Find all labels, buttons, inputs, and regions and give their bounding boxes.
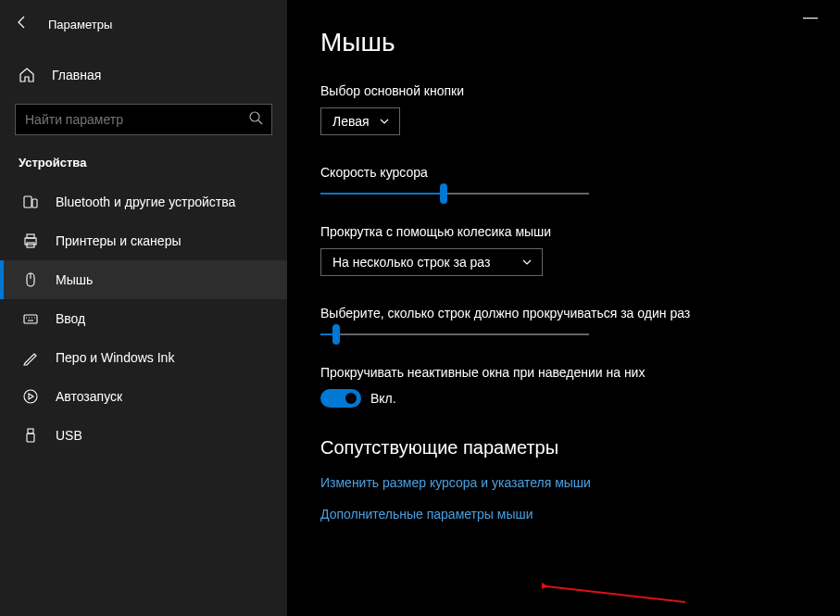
svg-rect-5 — [27, 234, 34, 238]
toggle-state-label: Вкл. — [370, 391, 396, 406]
sidebar-item-label: Мышь — [56, 272, 93, 287]
page-title: Мышь — [320, 28, 840, 57]
slider-thumb[interactable] — [440, 183, 447, 204]
svg-rect-9 — [24, 315, 37, 323]
sidebar: Параметры Главная Устройства Bluetooth и… — [0, 0, 287, 616]
devices-icon — [22, 194, 39, 210]
svg-line-1 — [258, 120, 262, 124]
select-value: На несколько строк за раз — [332, 255, 490, 270]
sidebar-home[interactable]: Главная — [0, 57, 287, 93]
mouse-icon — [22, 271, 39, 288]
inactive-scroll-toggle[interactable] — [320, 389, 361, 408]
search-icon — [248, 110, 263, 129]
scroll-mode-label: Прокрутка с помощью колесика мыши — [320, 224, 840, 239]
related-section-title: Сопутствующие параметры — [320, 437, 840, 459]
link-additional-mouse[interactable]: Дополнительные параметры мыши — [320, 507, 840, 522]
main-content: Мышь Выбор основной кнопки Левая Скорост… — [287, 0, 840, 616]
select-value: Левая — [332, 114, 370, 129]
keyboard-icon — [22, 310, 39, 327]
svg-rect-2 — [24, 196, 31, 207]
scroll-mode-setting: Прокрутка с помощью колесика мыши На нес… — [320, 224, 840, 276]
sidebar-item-printers[interactable]: Принтеры и сканеры — [0, 221, 287, 260]
search-input[interactable] — [15, 104, 272, 135]
arrow-left-icon — [15, 15, 30, 30]
primary-button-label: Выбор основной кнопки — [320, 83, 840, 98]
sidebar-item-bluetooth[interactable]: Bluetooth и другие устройства — [0, 182, 287, 221]
window-title: Параметры — [48, 18, 112, 31]
svg-point-0 — [250, 112, 259, 121]
cursor-speed-slider[interactable] — [320, 193, 589, 195]
sidebar-item-label: USB — [56, 428, 82, 443]
scroll-lines-setting: Выберите, сколько строк должно прокручив… — [320, 306, 840, 335]
inactive-scroll-setting: Прокручивать неактивные окна при наведен… — [320, 365, 840, 408]
pen-icon — [22, 349, 39, 366]
sidebar-item-label: Bluetooth и другие устройства — [56, 195, 235, 209]
minimize-button[interactable]: — — [803, 9, 818, 26]
svg-rect-3 — [32, 199, 37, 207]
primary-button-setting: Выбор основной кнопки Левая — [320, 83, 840, 135]
svg-point-15 — [24, 390, 37, 403]
sidebar-item-label: Перо и Windows Ink — [56, 350, 174, 365]
home-label: Главная — [52, 68, 101, 82]
scroll-lines-label: Выберите, сколько строк должно прокручив… — [320, 306, 840, 321]
autoplay-icon — [22, 388, 39, 405]
back-button[interactable] — [15, 15, 30, 33]
sidebar-item-typing[interactable]: Ввод — [0, 299, 287, 338]
scroll-lines-slider[interactable] — [320, 333, 589, 335]
primary-button-select[interactable]: Левая — [320, 107, 400, 135]
inactive-scroll-label: Прокручивать неактивные окна при наведен… — [320, 365, 840, 380]
sidebar-item-label: Автозапуск — [56, 389, 122, 404]
sidebar-category: Устройства — [0, 135, 287, 182]
home-icon — [19, 67, 35, 83]
chevron-down-icon — [379, 116, 390, 127]
svg-rect-17 — [27, 434, 34, 442]
sidebar-item-autoplay[interactable]: Автозапуск — [0, 377, 287, 416]
link-cursor-size[interactable]: Изменить размер курсора и указателя мыши — [320, 475, 840, 490]
printer-icon — [22, 233, 39, 249]
toggle-knob — [345, 393, 357, 404]
search-wrap — [15, 104, 272, 135]
sidebar-item-mouse[interactable]: Мышь — [0, 260, 287, 299]
cursor-speed-label: Скорость курсора — [320, 165, 840, 180]
chevron-down-icon — [521, 257, 533, 268]
usb-icon — [22, 427, 39, 444]
sidebar-item-label: Принтеры и сканеры — [56, 233, 181, 248]
scroll-mode-select[interactable]: На несколько строк за раз — [320, 248, 543, 276]
sidebar-item-usb[interactable]: USB — [0, 416, 287, 455]
svg-rect-16 — [28, 429, 33, 434]
cursor-speed-setting: Скорость курсора — [320, 165, 840, 195]
sidebar-item-pen[interactable]: Перо и Windows Ink — [0, 338, 287, 377]
titlebar: Параметры — [0, 7, 287, 41]
slider-thumb[interactable] — [332, 324, 340, 345]
sidebar-item-label: Ввод — [56, 311, 85, 326]
